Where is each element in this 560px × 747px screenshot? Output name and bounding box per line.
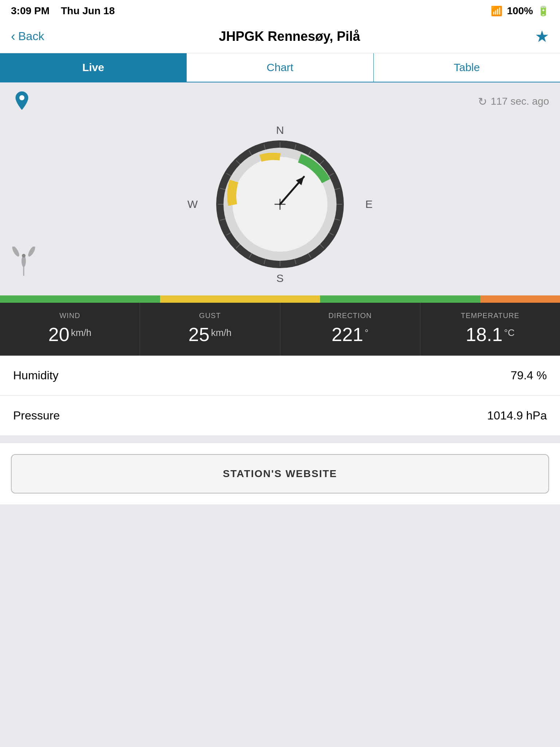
stat-direction: DIRECTION 221 ° [280, 303, 420, 356]
status-time: 3:09 PM Thu Jun 18 [11, 5, 115, 17]
gust-value: 25 km/h [188, 324, 232, 345]
color-bar-green-2 [320, 295, 480, 303]
compass-north-label: N [276, 124, 284, 136]
gust-unit: km/h [211, 327, 232, 338]
temperature-unit: °C [504, 327, 514, 338]
back-button[interactable]: ‹ Back [11, 29, 44, 44]
station-website-container: STATION'S WEBSITE [0, 443, 560, 504]
direction-label: DIRECTION [328, 311, 372, 320]
wind-label: WIND [59, 311, 80, 320]
direction-value: 221 ° [332, 324, 369, 345]
page-title: JHPGK Rennesøy, Pilå [219, 29, 360, 44]
tab-chart[interactable]: Chart [187, 53, 373, 82]
svg-point-2 [11, 247, 20, 258]
compass-south-label: S [276, 272, 284, 285]
humidity-label: Humidity [13, 369, 58, 382]
bottom-empty-area [0, 504, 560, 723]
compass-west-label: W [187, 198, 198, 210]
temperature-value: 18.1 °C [466, 324, 514, 345]
color-bar-green-1 [0, 295, 160, 303]
direction-unit: ° [365, 327, 368, 338]
humidity-row: Humidity 79.4 % [0, 356, 560, 396]
battery-text: 100% [507, 5, 533, 17]
map-pin-icon[interactable] [11, 90, 33, 113]
compass-east-label: E [365, 198, 373, 210]
gust-label: GUST [199, 311, 221, 320]
tab-bar: Live Chart Table [0, 53, 560, 82]
stat-wind: WIND 20 km/h [0, 303, 140, 356]
station-website-button[interactable]: STATION'S WEBSITE [11, 454, 549, 494]
humidity-value: 79.4 % [510, 369, 547, 382]
back-chevron-icon: ‹ [11, 29, 15, 44]
weather-stats: WIND 20 km/h GUST 25 km/h DIRECTION 221 … [0, 303, 560, 356]
back-label: Back [18, 30, 44, 43]
svg-point-5 [22, 254, 26, 258]
main-content: ↻ 117 sec. ago N S E W [0, 82, 560, 723]
additional-stats: Humidity 79.4 % Pressure 1014.9 hPa [0, 356, 560, 436]
nav-bar: ‹ Back JHPGK Rennesøy, Pilå ★ [0, 20, 560, 53]
refresh-time-text: 117 sec. ago [491, 96, 549, 107]
refresh-time: ↻ 117 sec. ago [478, 95, 549, 108]
svg-point-0 [19, 95, 24, 100]
compass-section: N S E W [0, 120, 560, 295]
status-bar: 3:09 PM Thu Jun 18 📶 100% 🔋 [0, 0, 560, 20]
status-right: 📶 100% 🔋 [491, 5, 549, 17]
favorite-button[interactable]: ★ [535, 27, 549, 46]
color-bar-orange [480, 295, 560, 303]
pressure-row: Pressure 1014.9 hPa [0, 396, 560, 436]
location-row: ↻ 117 sec. ago [0, 82, 560, 120]
compass-dial [211, 135, 349, 274]
svg-point-3 [27, 247, 36, 258]
wind-value: 20 km/h [48, 324, 92, 345]
tab-table[interactable]: Table [374, 53, 560, 82]
pressure-label: Pressure [13, 409, 60, 422]
tab-live[interactable]: Live [0, 53, 187, 82]
temperature-label: TEMPERATURE [461, 311, 520, 320]
stat-gust: GUST 25 km/h [140, 303, 280, 356]
wifi-icon: 📶 [491, 5, 502, 17]
wind-turbine-icon [11, 247, 36, 277]
wind-color-bar [0, 295, 560, 303]
wind-unit: km/h [71, 327, 91, 338]
battery-icon: 🔋 [537, 5, 549, 17]
refresh-icon: ↻ [478, 95, 487, 108]
stat-temperature: TEMPERATURE 18.1 °C [420, 303, 560, 356]
pressure-value: 1014.9 hPa [487, 409, 547, 422]
color-bar-yellow [160, 295, 320, 303]
